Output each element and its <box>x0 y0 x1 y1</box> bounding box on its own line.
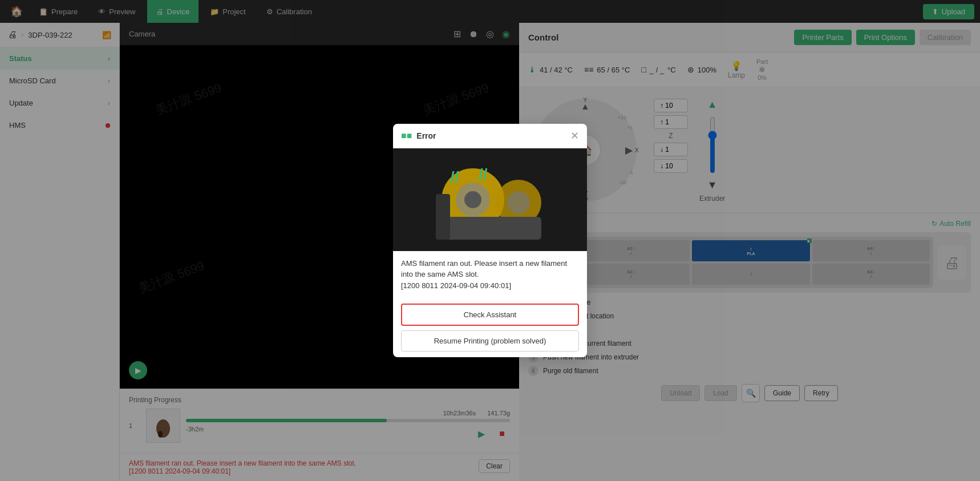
modal-overlay: ■■ Error ✕ // // <box>0 0 980 481</box>
modal-title: ■■ Error <box>401 131 436 141</box>
check-assistant-button[interactable]: Check Assistant <box>401 304 579 326</box>
modal-title-text: Error <box>416 131 436 140</box>
error-modal: ■■ Error ✕ // // <box>393 124 587 358</box>
resume-printing-button[interactable]: Resume Printing (problem solved) <box>401 330 579 351</box>
svg-text://: // <box>450 168 459 186</box>
svg-rect-11 <box>436 194 450 240</box>
svg-point-5 <box>464 191 481 208</box>
svg-point-7 <box>507 191 530 214</box>
modal-close-button[interactable]: ✕ <box>570 130 579 142</box>
svg-text://: // <box>479 165 488 183</box>
svg-rect-10 <box>439 217 541 240</box>
bambu-logo-icon: ■■ <box>401 131 412 141</box>
modal-image: // // <box>393 148 587 251</box>
modal-header: ■■ Error ✕ <box>393 124 587 148</box>
ams-error-image: // // <box>404 148 576 251</box>
modal-message: AMS filament ran out. Please insert a ne… <box>393 251 587 298</box>
modal-actions: Check Assistant Resume Printing (problem… <box>393 298 587 357</box>
